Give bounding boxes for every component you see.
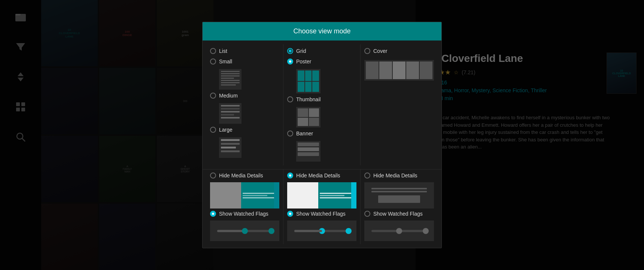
small-preview	[219, 69, 242, 90]
hide-media-details-3-option[interactable]: Hide Media Details	[364, 172, 434, 178]
poster-option[interactable]: Poster	[287, 58, 356, 64]
cover-radio[interactable]	[364, 48, 370, 54]
show-watched-2-radio[interactable]	[287, 211, 293, 217]
hide-media-details-1-option[interactable]: Hide Media Details	[210, 172, 279, 178]
list-radio[interactable]	[210, 48, 216, 54]
media-col-2: Hide Media Details Show Watched Flags	[283, 170, 361, 244]
banner-option[interactable]: Banner	[287, 130, 356, 136]
large-radio[interactable]	[210, 127, 216, 133]
medium-preview	[219, 103, 242, 124]
poster-preview	[296, 69, 321, 93]
thumbnail-label: Thumbnail	[296, 96, 321, 102]
medium-radio[interactable]	[210, 93, 216, 99]
cover-label: Cover	[373, 48, 387, 54]
grid-label: Grid	[296, 48, 306, 54]
grid-column: Grid Poster Thumbnail	[283, 44, 361, 165]
cover-column: Cover	[361, 44, 438, 165]
poster-radio[interactable]	[287, 58, 293, 64]
list-option[interactable]: List	[210, 48, 279, 54]
hide-media-3-radio[interactable]	[364, 172, 370, 178]
hide-media-3-label: Hide Media Details	[373, 172, 417, 178]
large-label: Large	[219, 127, 233, 133]
grid-radio[interactable]	[287, 48, 293, 54]
show-watched-1-label: Show Watched Flags	[219, 211, 268, 217]
hide-media-2-label: Hide Media Details	[296, 172, 340, 178]
show-watched-2-label: Show Watched Flags	[296, 211, 346, 217]
cover-preview	[364, 60, 434, 81]
show-watched-3-label: Show Watched Flags	[373, 211, 423, 217]
medium-label: Medium	[219, 93, 238, 99]
hide-media-details-2-option[interactable]: Hide Media Details	[287, 172, 356, 178]
watched-preview-1	[210, 220, 279, 241]
banner-label: Banner	[296, 130, 313, 136]
banner-preview	[296, 141, 321, 162]
poster-label: Poster	[296, 58, 311, 64]
show-watched-2-option[interactable]: Show Watched Flags	[287, 211, 356, 217]
grid-option[interactable]: Grid	[287, 48, 356, 54]
modal-title: Choose view mode	[203, 22, 441, 40]
show-watched-1-radio[interactable]	[210, 211, 216, 217]
hide-media-1-radio[interactable]	[210, 172, 216, 178]
thumbnail-radio[interactable]	[287, 96, 293, 102]
cover-option[interactable]: Cover	[364, 48, 434, 54]
list-column: List Small	[206, 44, 283, 165]
watched-preview-2	[287, 220, 356, 241]
thumbnail-option[interactable]: Thumbnail	[287, 96, 356, 102]
large-option[interactable]: Large	[210, 127, 279, 133]
small-label: Small	[219, 58, 232, 64]
banner-radio[interactable]	[287, 130, 293, 136]
modal-body: List Small	[203, 40, 441, 169]
medium-option[interactable]: Medium	[210, 93, 279, 99]
list-label: List	[219, 48, 227, 54]
show-watched-1-option[interactable]: Show Watched Flags	[210, 211, 279, 217]
watched-preview-3	[364, 220, 434, 241]
show-watched-3-option[interactable]: Show Watched Flags	[364, 211, 434, 217]
small-radio[interactable]	[210, 58, 216, 64]
media-col-1: Hide Media Details Show Watched Flags	[206, 170, 283, 244]
large-preview	[219, 137, 242, 158]
media-preview-3	[364, 182, 434, 208]
view-mode-modal: Choose view mode List Small	[202, 22, 442, 248]
hide-media-1-label: Hide Media Details	[219, 172, 263, 178]
show-watched-3-radio[interactable]	[364, 211, 370, 217]
media-preview-2	[287, 182, 356, 208]
modal-overlay: Choose view mode List Small	[0, 0, 644, 270]
thumbnail-preview	[296, 107, 321, 128]
hide-media-2-radio[interactable]	[287, 172, 293, 178]
media-details-section: Hide Media Details Show Watched Flags	[203, 169, 441, 248]
media-preview-1	[210, 182, 279, 208]
media-col-3: Hide Media Details Show Watched Flags	[361, 170, 438, 244]
small-option[interactable]: Small	[210, 58, 279, 64]
